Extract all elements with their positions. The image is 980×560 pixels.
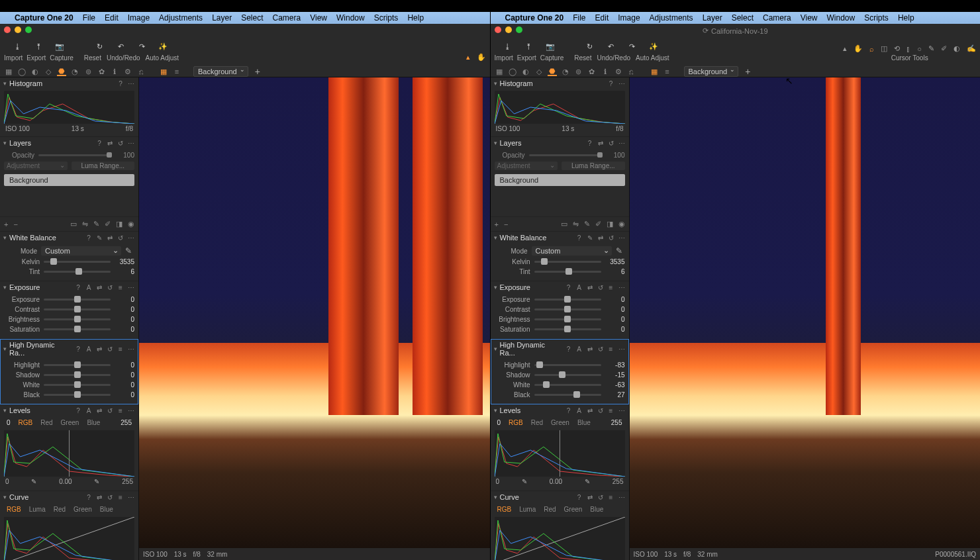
levels-graph[interactable] [4, 430, 134, 477]
output-tab-icon[interactable]: ⚙ [614, 67, 623, 76]
close-button[interactable] [495, 26, 501, 33]
help-icon[interactable]: ? [586, 139, 594, 147]
image-canvas-left[interactable]: ISO 100 13 s f/8 32 mm [139, 77, 490, 560]
erase-icon[interactable]: ✐ [595, 220, 601, 228]
exposure-tab-icon[interactable]: ◔ [70, 67, 79, 76]
batch-tab-icon[interactable]: ⎌ [627, 67, 636, 76]
mask-invert-icon[interactable]: ⇋ [573, 220, 579, 228]
levels-picker-black-icon[interactable]: ✎ [522, 478, 527, 485]
slider-value[interactable]: 0 [115, 381, 134, 389]
copy-icon[interactable]: ⇄ [106, 139, 114, 147]
disclosure-icon[interactable]: ▾ [3, 407, 7, 414]
disclosure-icon[interactable]: ▾ [3, 80, 7, 87]
reset-icon[interactable]: ↺ [106, 283, 114, 291]
help-icon[interactable]: ? [85, 234, 93, 242]
levels-tab-blue[interactable]: Blue [577, 419, 591, 426]
slider-value[interactable]: -15 [605, 371, 625, 379]
levels-out-mid[interactable]: 0.00 [550, 478, 562, 485]
copy-icon[interactable]: ⇄ [597, 139, 605, 147]
auto-icon[interactable]: ✎ [586, 234, 594, 242]
menu-layer[interactable]: Layer [703, 13, 722, 23]
reset-icon[interactable]: ↺ [607, 234, 615, 242]
curve-tab-blue[interactable]: Blue [100, 506, 113, 513]
auto-icon[interactable]: A [575, 406, 583, 414]
menu-camera[interactable]: Camera [273, 13, 301, 23]
disclosure-icon[interactable]: ▾ [3, 140, 7, 146]
close-button[interactable] [4, 26, 11, 33]
curve-tab-red[interactable]: Red [544, 506, 556, 513]
output-tab-icon[interactable]: ⚙ [123, 67, 132, 76]
disclosure-icon[interactable]: ▾ [494, 407, 497, 414]
curve-tab-rgb[interactable]: RGB [497, 506, 512, 513]
mask-fill-icon[interactable]: ▭ [70, 220, 77, 228]
levels-picker-black-icon[interactable]: ✎ [31, 478, 36, 485]
help-icon[interactable]: ? [565, 283, 573, 291]
undo-icon[interactable]: ↶ [605, 40, 618, 53]
menu-view[interactable]: View [310, 13, 327, 23]
slider-value[interactable]: 0 [115, 296, 134, 303]
curve-graph[interactable] [4, 517, 134, 560]
menu-icon[interactable]: ⋯ [127, 406, 135, 414]
crop-tab-icon[interactable]: ◇ [534, 67, 544, 76]
autoadjust-icon[interactable]: ✨ [647, 40, 660, 53]
hand-tool-icon[interactable]: ✋ [854, 44, 863, 53]
menu-help[interactable]: Help [407, 13, 424, 23]
help-icon[interactable]: ? [565, 406, 573, 414]
menu-icon[interactable]: ⋯ [127, 79, 135, 87]
menu-image[interactable]: Image [618, 13, 640, 23]
metadata-tab-icon[interactable]: ℹ [110, 67, 119, 76]
slider-value[interactable]: 27 [605, 391, 625, 398]
image-canvas-right[interactable]: ↖ ISO 100 13 s f/8 32 mm P0000561.IIQ [630, 77, 981, 560]
disclosure-icon[interactable]: ▾ [494, 234, 497, 241]
levels-in-high[interactable]: 255 [611, 419, 622, 426]
disclosure-icon[interactable]: ▾ [3, 284, 7, 291]
curve-tab-luma[interactable]: Luma [519, 506, 536, 513]
menu-icon[interactable]: ⋯ [127, 234, 135, 242]
kelvin-value[interactable]: 3535 [605, 258, 625, 265]
disclosure-icon[interactable]: ▾ [494, 140, 497, 146]
levels-out-low[interactable]: 0 [5, 478, 9, 485]
slider-track[interactable] [44, 394, 111, 396]
preset-icon[interactable]: ≡ [117, 283, 124, 291]
copy-icon[interactable]: ⇄ [586, 493, 594, 501]
mask-fill-icon[interactable]: ▭ [561, 220, 567, 228]
capture-icon[interactable]: 📷 [544, 40, 557, 53]
disclosure-icon[interactable]: ▾ [494, 80, 497, 87]
slider-track[interactable] [534, 299, 601, 301]
copy-icon[interactable]: ⇄ [95, 406, 103, 414]
slider-track[interactable] [44, 299, 111, 301]
menu-scripts[interactable]: Scripts [374, 13, 399, 23]
slider-value[interactable]: 0 [605, 316, 625, 323]
help-icon[interactable]: ? [117, 79, 124, 87]
disclosure-icon[interactable]: ▾ [494, 346, 497, 352]
slider-track[interactable] [534, 394, 601, 396]
levels-in-high[interactable]: 255 [121, 419, 132, 426]
help-icon[interactable]: ? [74, 345, 82, 353]
remove-layer-icon[interactable]: − [13, 220, 17, 228]
styles-tab-icon[interactable]: ✿ [97, 67, 106, 76]
auto-icon[interactable]: A [85, 345, 93, 353]
list-view-icon[interactable]: ≡ [663, 67, 672, 76]
crop-tool-icon[interactable]: ◫ [881, 44, 887, 53]
capture-tab-icon[interactable]: ◯ [17, 67, 26, 76]
menu-icon[interactable]: ⋯ [618, 139, 626, 147]
preset-icon[interactable]: ≡ [117, 345, 124, 353]
menu-edit[interactable]: Edit [595, 13, 609, 23]
layer-type-dropdown[interactable]: Adjustment [495, 162, 558, 170]
grid-view-icon[interactable]: ▦ [650, 67, 659, 76]
spot-tool-icon[interactable]: ○ [917, 45, 922, 53]
radial-icon[interactable]: ◉ [618, 220, 625, 228]
reset-icon[interactable]: ↺ [597, 345, 605, 353]
select-tool-icon[interactable]: ▴ [466, 53, 470, 62]
reset-icon[interactable]: ↺ [106, 493, 114, 501]
layer-item-background[interactable]: Background [495, 174, 625, 186]
layer-dropdown[interactable]: Background [684, 66, 739, 77]
levels-tab-green[interactable]: Green [551, 419, 569, 426]
details-tab-icon[interactable]: ⊚ [574, 67, 583, 76]
menu-view[interactable]: View [801, 13, 818, 23]
preset-icon[interactable]: ≡ [117, 493, 124, 501]
slider-track[interactable] [44, 318, 111, 320]
copy-icon[interactable]: ⇄ [586, 406, 594, 414]
disclosure-icon[interactable]: ▾ [3, 234, 7, 241]
copy-icon[interactable]: ⇄ [95, 345, 103, 353]
